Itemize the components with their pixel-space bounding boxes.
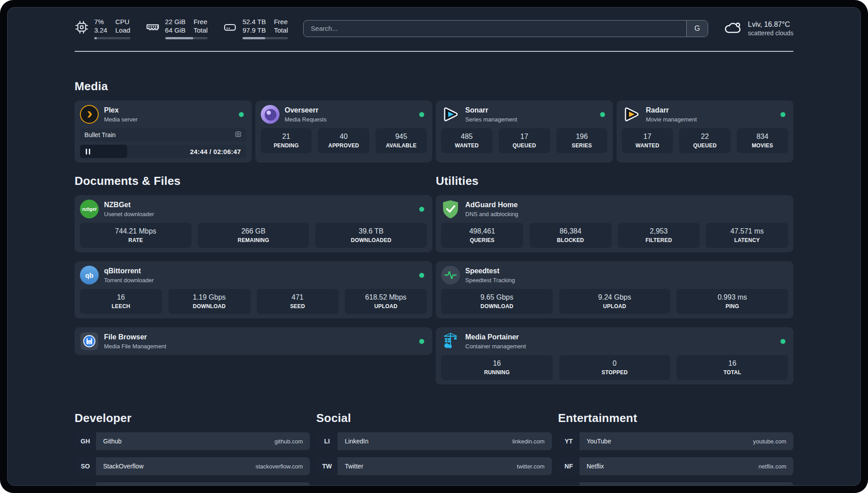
bookmark-label: LinkedIn: [345, 438, 368, 445]
service-desc: Usenet downloader: [104, 210, 154, 218]
media-cards: Plex Media server Bullet Train 24:44 / 0…: [75, 100, 793, 163]
bookmark-url: linkedin.com: [512, 438, 544, 445]
service-card-sonarr[interactable]: Sonarr Series management 485WANTED 17QUE…: [436, 100, 613, 163]
service-card-qbittorrent[interactable]: qb qBittorrent Torrent downloader 16LEEC…: [75, 261, 432, 318]
search-bar: G: [303, 20, 708, 37]
system-stats: 7% 3.24 CPU Load: [75, 17, 288, 39]
weather-widget: Lviv, 16.87°C scattered clouds: [723, 18, 793, 39]
status-dot: [780, 112, 785, 117]
bookmark-label: Twitter: [345, 463, 363, 470]
service-name: Plex: [104, 106, 138, 115]
nzbget-icon: nzbget: [80, 200, 99, 218]
bookmark-abbr: GH: [75, 432, 96, 450]
service-desc: Speedtest Tracking: [465, 276, 515, 284]
section-title-utilities: Utilities: [436, 174, 793, 188]
bookmark-dev[interactable]: DT DEVdev.to: [75, 482, 310, 486]
bookmark-group-developer: Developer GH Githubgithub.com SO StackOv…: [75, 411, 310, 486]
status-dot: [780, 339, 785, 344]
status-dot: [419, 112, 424, 117]
service-desc: DNS and adblocking: [465, 210, 518, 218]
stat-box: 618.52 MbpsUPLOAD: [345, 289, 427, 314]
ram-free-label: Free: [193, 17, 208, 26]
service-card-plex[interactable]: Plex Media server Bullet Train 24:44 / 0…: [75, 100, 252, 163]
service-card-nzbget[interactable]: nzbget NZBGet Usenet downloader 744.21 M…: [75, 195, 432, 252]
bookmark-label: StackOverflow: [103, 463, 143, 470]
service-desc: Series management: [465, 116, 517, 123]
service-card-overseerr[interactable]: Overseerr Media Requests 21PENDING 40APP…: [255, 100, 433, 163]
bookmark-url: github.com: [275, 438, 303, 445]
plex-icon: [80, 105, 99, 124]
bookmark-label: Github: [103, 438, 121, 445]
cpu-usage-value: 7%: [94, 17, 107, 26]
stat-box: 834MOVIES: [737, 128, 788, 153]
stat-box: 22QUEUED: [679, 128, 730, 153]
filebrowser-icon: [80, 332, 99, 351]
disk-total-label: Total: [274, 26, 288, 34]
status-dot: [600, 112, 605, 117]
bookmark-abbr: TW: [316, 457, 338, 475]
bookmark-github[interactable]: GH Githubgithub.com: [75, 432, 310, 450]
bookmark-twitter[interactable]: TW Twittertwitter.com: [316, 457, 551, 475]
disk-free-value: 52.4 TB: [242, 17, 266, 26]
stat-box: 16TOTAL: [676, 355, 788, 380]
adguard-icon: [441, 200, 460, 218]
disk-free-label: Free: [274, 17, 288, 26]
bookmark-linkedin[interactable]: LI LinkedInlinkedin.com: [316, 432, 551, 450]
bookmark-stackoverflow[interactable]: SO StackOverflowstackoverflow.com: [75, 457, 310, 475]
service-name: Speedtest: [465, 267, 515, 276]
documents-column: Documents & Files nzbget NZBGet Usenet d…: [75, 174, 432, 384]
stat-box: 16RUNNING: [441, 355, 553, 380]
sonarr-icon: [441, 105, 460, 124]
stat-box: 39.6 TBDOWNLOADED: [315, 223, 427, 248]
service-name: Overseerr: [285, 106, 327, 115]
service-card-speedtest[interactable]: Speedtest Speedtest Tracking 9.65 GbpsDO…: [436, 261, 793, 318]
ram-progress-bar: [165, 37, 208, 39]
stat-box: 485WANTED: [441, 128, 492, 153]
status-dot: [419, 339, 424, 344]
bookmark-abbr: SO: [75, 457, 96, 475]
disk-stat-widget: 52.4 TB 97.9 TB Free Total: [223, 17, 288, 39]
utilities-column: Utilities AdGuard Home DNS and a: [436, 174, 793, 384]
service-card-radarr[interactable]: Radarr Movie management 17WANTED 22QUEUE…: [617, 100, 794, 163]
playback-time: 24:44 / 02:06:47: [190, 148, 241, 155]
search-input[interactable]: [304, 21, 686, 37]
search-provider-button[interactable]: G: [686, 21, 708, 37]
weather-location-temp: Lviv, 16.87°C: [748, 20, 793, 29]
cpu-icon: [75, 20, 89, 34]
bookmark-netflix[interactable]: NF Netflixnetflix.com: [558, 457, 793, 475]
stat-box: 40APPROVED: [318, 128, 369, 153]
status-dot: [419, 273, 424, 278]
service-card-filebrowser[interactable]: File Browser Media File Management: [75, 327, 432, 355]
service-card-portainer[interactable]: Media Portainer Container management 16R…: [436, 327, 793, 384]
playback-bar: 24:44 / 02:06:47: [80, 145, 246, 158]
disk-progress-bar: [242, 37, 288, 39]
bookmark-url: youtube.com: [753, 438, 786, 445]
service-desc: Media Requests: [285, 116, 327, 123]
stat-box: 945AVAILABLE: [376, 128, 427, 153]
stat-box: 2,953FILTERED: [618, 223, 700, 248]
service-name: Sonarr: [465, 106, 517, 115]
ram-icon: [146, 20, 160, 34]
stat-box: 744.21 MbpsRATE: [80, 223, 192, 248]
service-name: File Browser: [104, 333, 166, 342]
service-desc: Media File Management: [104, 343, 166, 350]
bookmark-abbr: NF: [558, 457, 580, 475]
now-playing-title: Bullet Train: [84, 131, 116, 138]
section-title-documents: Documents & Files: [75, 174, 432, 188]
bookmark-abbr: LI: [316, 432, 338, 450]
stat-box: 471SEED: [257, 289, 339, 314]
service-card-adguard[interactable]: AdGuard Home DNS and adblocking 498,461Q…: [436, 195, 793, 252]
cloud-icon: [723, 18, 742, 39]
dashboard: 7% 3.24 CPU Load: [7, 7, 861, 486]
cpu-progress-bar: [94, 37, 130, 39]
header-divider: [75, 51, 793, 52]
section-title-developer: Developer: [75, 411, 310, 425]
cpu-load-label: Load: [115, 26, 130, 34]
bookmark-youtube[interactable]: YT YouTubeyoutube.com: [558, 432, 793, 450]
service-name: qBittorrent: [104, 267, 154, 276]
bookmark-reddit[interactable]: RE Redditreddit.com: [558, 482, 793, 486]
bookmark-url: twitter.com: [517, 463, 545, 470]
status-dot: [239, 112, 244, 117]
pause-button[interactable]: [80, 145, 127, 158]
section-title-social: Social: [316, 411, 551, 425]
